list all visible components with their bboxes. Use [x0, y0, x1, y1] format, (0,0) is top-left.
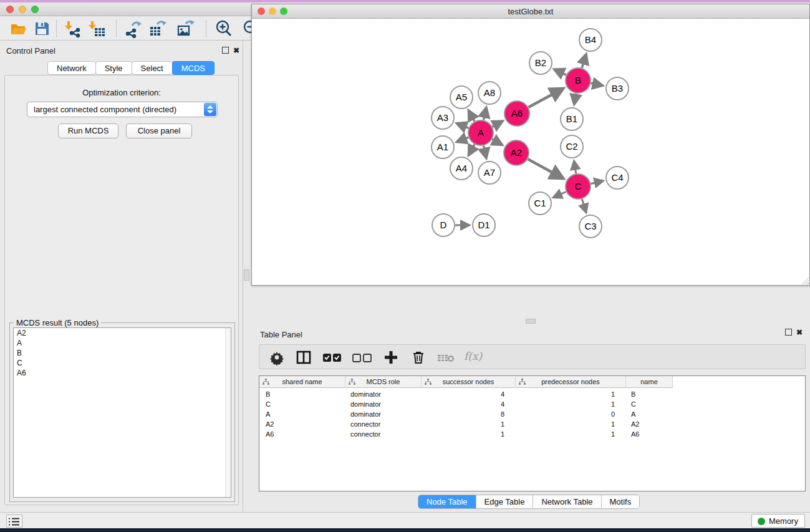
select-all-icon[interactable] [322, 349, 343, 368]
export-network-icon[interactable] [123, 19, 142, 38]
node-table[interactable]: shared nameMCDS rolesuccessor nodesprede… [259, 375, 806, 491]
task-history-button[interactable] [6, 515, 22, 528]
network-node-A[interactable]: A [468, 120, 493, 145]
column-header-shared-name[interactable]: shared name [259, 376, 345, 388]
network-edge-A-A6[interactable] [493, 122, 503, 127]
mcds-result-item[interactable]: C [14, 358, 231, 368]
network-edge-B-B2[interactable] [555, 70, 566, 75]
network-edge-B-B1[interactable] [574, 94, 576, 104]
import-network-icon[interactable] [64, 19, 82, 38]
network-node-A3[interactable]: A3 [432, 107, 454, 129]
table-cell[interactable]: B [626, 390, 673, 400]
table-cell[interactable]: 0 [516, 410, 626, 420]
network-edge-A-A7[interactable] [483, 146, 486, 158]
table-cell[interactable]: A2 [626, 420, 673, 430]
network-node-A2[interactable]: A2 [504, 140, 529, 165]
mcds-result-item[interactable]: A [14, 338, 231, 348]
tab-select[interactable]: Select [132, 61, 173, 75]
column-header-predecessor-nodes[interactable]: predecessor nodes [516, 376, 626, 388]
network-node-B3[interactable]: B3 [606, 77, 629, 100]
network-edge-B-B3[interactable] [591, 83, 602, 85]
network-edge-A-A2[interactable] [492, 139, 501, 145]
network-node-A5[interactable]: A5 [450, 86, 473, 109]
tab-edge-table[interactable]: Edge Table [476, 495, 534, 509]
network-node-C4[interactable]: C4 [606, 167, 629, 189]
memory-button[interactable]: Memory [751, 514, 805, 528]
mcds-result-item[interactable]: A6 [14, 368, 231, 378]
tab-mcds[interactable]: MCDS [172, 61, 215, 75]
deselect-all-icon[interactable] [352, 349, 373, 368]
table-cell[interactable]: dominator [345, 400, 422, 410]
network-edge-A-A5[interactable] [469, 111, 475, 122]
table-cell[interactable]: connector [345, 420, 422, 430]
table-cell[interactable]: A [626, 410, 673, 420]
network-node-A8[interactable]: A8 [478, 82, 501, 104]
float-table-panel-icon[interactable] [785, 329, 792, 336]
mcds-result-item[interactable]: A2 [14, 328, 231, 338]
table-row[interactable]: Bdominator41B [259, 390, 805, 400]
network-edge-C-C1[interactable] [554, 191, 566, 197]
delete-column-icon[interactable] [410, 349, 427, 368]
table-cell[interactable]: 4 [422, 400, 516, 410]
network-node-C2[interactable]: C2 [561, 135, 583, 158]
export-table-icon[interactable] [148, 19, 167, 38]
table-row[interactable]: Adominator80A [259, 410, 805, 420]
network-node-C3[interactable]: C3 [579, 215, 602, 238]
add-column-icon[interactable] [383, 349, 399, 368]
column-visibility-icon[interactable] [296, 349, 312, 368]
save-session-icon[interactable] [32, 19, 51, 38]
network-node-B4[interactable]: B4 [579, 29, 602, 51]
open-file-icon[interactable] [9, 19, 27, 38]
network-edge-A-A4[interactable] [469, 144, 475, 155]
table-cell[interactable]: C [259, 400, 345, 410]
network-node-A4[interactable]: A4 [450, 157, 473, 180]
table-cell[interactable]: C [626, 400, 673, 410]
table-cell[interactable]: 1 [422, 420, 516, 430]
table-cell[interactable]: 1 [516, 390, 626, 400]
table-cell[interactable]: 8 [422, 410, 516, 420]
delete-table-icon[interactable] [436, 349, 456, 368]
criterion-dropdown[interactable]: largest connected component (directed) [27, 102, 218, 117]
export-image-icon[interactable] [176, 19, 195, 38]
network-node-B2[interactable]: B2 [529, 52, 552, 74]
table-cell[interactable]: A2 [259, 420, 345, 430]
mcds-result-item[interactable]: B [14, 348, 231, 358]
table-cell[interactable]: A6 [626, 430, 673, 440]
network-edge-C-C4[interactable] [591, 181, 602, 183]
network-window-titlebar[interactable]: testGlobe.txt [252, 4, 809, 19]
close-panel-button[interactable]: Close panel [126, 123, 192, 138]
network-edge-A6-B[interactable] [528, 89, 562, 107]
float-panel-icon[interactable] [222, 47, 229, 54]
import-table-icon[interactable] [87, 19, 106, 38]
table-cell[interactable]: A [259, 410, 345, 420]
run-mcds-button[interactable]: Run MCDS [58, 123, 118, 138]
scrollbar[interactable] [225, 328, 231, 497]
network-canvas[interactable]: B4B2BB3A8A5A6A3B1AC2A1A2A4A7C4CC1DD1C3 [253, 19, 809, 285]
vertical-splitter-handle[interactable] [244, 269, 249, 281]
settings-icon[interactable] [269, 349, 285, 368]
table-row[interactable]: A2connector11A2 [259, 420, 805, 430]
column-header-MCDS-role[interactable]: MCDS role [345, 376, 422, 388]
network-node-D1[interactable]: D1 [473, 214, 495, 236]
network-node-C[interactable]: C [566, 174, 591, 199]
tab-node-table[interactable]: Node Table [418, 495, 476, 509]
function-builder-icon[interactable]: f(x) [464, 350, 482, 362]
table-cell[interactable]: 1 [516, 400, 626, 410]
table-cell[interactable]: 1 [422, 430, 516, 440]
column-header-name[interactable]: name [626, 376, 673, 388]
table-cell[interactable]: A6 [259, 430, 345, 440]
network-node-B1[interactable]: B1 [561, 108, 583, 130]
tab-network[interactable]: Network [47, 61, 96, 75]
table-cell[interactable]: 1 [516, 420, 626, 430]
network-edge-B-B4[interactable] [582, 55, 586, 68]
tab-motifs[interactable]: Motifs [602, 495, 640, 509]
network-node-A1[interactable]: A1 [432, 136, 454, 158]
network-edge-C-C3[interactable] [582, 199, 586, 212]
network-node-C1[interactable]: C1 [529, 192, 551, 215]
table-row[interactable]: A6connector11A6 [259, 430, 805, 440]
network-edge-A2-C[interactable] [528, 159, 562, 178]
column-header-successor-nodes[interactable]: successor nodes [422, 376, 516, 388]
zoom-in-icon[interactable] [215, 19, 233, 38]
network-node-D[interactable]: D [432, 214, 455, 236]
resize-grip[interactable] [801, 277, 809, 284]
